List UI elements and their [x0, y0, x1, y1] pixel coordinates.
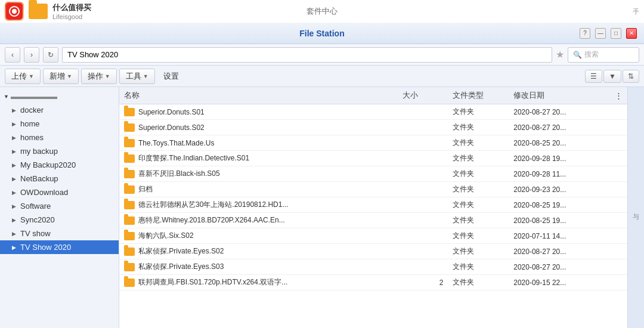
- table-row[interactable]: 私家侦探.Private.Eyes.S03文件夹2020-08-27 20...: [119, 259, 627, 275]
- close-button[interactable]: ✕: [626, 28, 637, 39]
- software-arrow: ▶: [12, 203, 18, 209]
- file-name-cell: The.Toys.That.Made.Us: [119, 135, 398, 151]
- file-action-cell[interactable]: [610, 104, 627, 120]
- minimize-button[interactable]: —: [595, 28, 606, 39]
- file-type-cell: 文件夹: [448, 275, 509, 290]
- file-name-text: 印度警探.The.Indian.Detective.S01: [138, 153, 249, 163]
- file-name-text: 惠特尼.Whitney.2018.BD720P.X264.AAC.En...: [138, 215, 285, 225]
- list-view-button[interactable]: ☰: [585, 70, 602, 83]
- sidebar-item-netbackup[interactable]: ▶ NetBackup: [0, 172, 119, 185]
- sidebar-item-tvshow2020[interactable]: ▶ TV Show 2020: [0, 240, 119, 254]
- file-type-cell: 文件夹: [448, 135, 509, 151]
- new-button[interactable]: 新增 ▼: [43, 69, 79, 84]
- file-name-cell: 私家侦探.Private.Eyes.S02: [119, 244, 398, 259]
- forward-button[interactable]: ›: [24, 47, 39, 63]
- file-action-cell[interactable]: [610, 275, 627, 290]
- settings-button[interactable]: 设置: [157, 69, 185, 83]
- file-name-cell: 联邦调查局.FBI.S01.720p.HDTV.x264.双语字...: [119, 275, 398, 290]
- file-type-cell: 文件夹: [448, 182, 509, 197]
- table-row[interactable]: 惠特尼.Whitney.2018.BD720P.X264.AAC.En...文件…: [119, 213, 627, 228]
- refresh-button[interactable]: ↻: [43, 47, 58, 63]
- action-arrow: ▼: [105, 73, 110, 79]
- table-row[interactable]: 私家侦探.Private.Eyes.S02文件夹2020-08-27 20...: [119, 244, 627, 259]
- file-date-cell: 2020-08-27 20...: [509, 244, 610, 259]
- file-action-cell[interactable]: [610, 166, 627, 182]
- table-row[interactable]: 海豹六队.Six.S02文件夹2020-07-11 14...: [119, 228, 627, 244]
- sidebar-root-label[interactable]: ▼ ▬▬▬▬▬▬: [0, 89, 119, 103]
- table-row[interactable]: 印度警探.The.Indian.Detective.S01文件夹2020-09-…: [119, 151, 627, 166]
- sidebar-item-owdownload[interactable]: ▶ OWDownload: [0, 185, 119, 199]
- file-date-cell: 2020-07-11 14...: [509, 228, 610, 244]
- file-type-cell: 文件夹: [448, 166, 509, 182]
- file-date-cell: 2020-08-25 19...: [509, 213, 610, 228]
- col-action-header: ⋮: [610, 87, 627, 104]
- file-name-cell: 海豹六队.Six.S02: [119, 228, 398, 244]
- table-row[interactable]: Superior.Donuts.S02文件夹2020-08-27 20...: [119, 120, 627, 135]
- table-row[interactable]: 联邦调查局.FBI.S01.720p.HDTV.x264.双语字...2文件夹2…: [119, 275, 627, 290]
- mybackup-arrow: ▶: [12, 148, 18, 154]
- folder-icon: [124, 139, 135, 147]
- file-action-cell[interactable]: [610, 151, 627, 166]
- col-size-header[interactable]: 大小: [398, 87, 448, 104]
- file-action-cell[interactable]: [610, 228, 627, 244]
- file-name-cell: 喜新不厌旧.Black-ish.S05: [119, 166, 398, 182]
- file-action-cell[interactable]: [610, 120, 627, 135]
- sidebar-item-home[interactable]: ▶ home: [0, 117, 119, 131]
- file-type-cell: 文件夹: [448, 213, 509, 228]
- file-date-cell: 2020-08-25 19...: [509, 197, 610, 213]
- file-name-cell: 归档: [119, 182, 398, 197]
- sidebar-item-sync2020[interactable]: ▶ Sync2020: [0, 213, 119, 227]
- maximize-button[interactable]: □: [611, 28, 621, 39]
- mybackup2020-arrow: ▶: [12, 162, 18, 168]
- file-action-cell[interactable]: [610, 244, 627, 259]
- search-placeholder: 搜索: [584, 49, 599, 60]
- file-action-cell[interactable]: [610, 135, 627, 151]
- file-type-cell: 文件夹: [448, 197, 509, 213]
- file-type-cell: 文件夹: [448, 244, 509, 259]
- col-type-header[interactable]: 文件类型: [448, 87, 509, 104]
- file-action-cell[interactable]: [610, 197, 627, 213]
- file-action-cell[interactable]: [610, 213, 627, 228]
- table-row[interactable]: 德云社郭德纲从艺30年上海站.20190812.HD1...文件夹2020-08…: [119, 197, 627, 213]
- favorite-button[interactable]: ★: [556, 49, 564, 60]
- file-size-cell: [398, 104, 448, 120]
- table-row[interactable]: 归档文件夹2020-09-23 20...: [119, 182, 627, 197]
- back-button[interactable]: ‹: [5, 47, 20, 63]
- action-button[interactable]: 操作 ▼: [81, 69, 117, 84]
- table-row[interactable]: 喜新不厌旧.Black-ish.S05文件夹2020-09-28 11...: [119, 166, 627, 182]
- root-label-text: ▬▬▬▬▬▬: [11, 92, 57, 101]
- file-size-cell: [398, 259, 448, 275]
- folder-icon: [124, 263, 135, 271]
- sidebar-item-tvshow[interactable]: ▶ TV show: [0, 227, 119, 240]
- sort-button[interactable]: ⇅: [623, 70, 639, 83]
- address-input[interactable]: [62, 47, 552, 63]
- sidebar-item-homes[interactable]: ▶ homes: [0, 131, 119, 144]
- file-size-cell: [398, 244, 448, 259]
- search-box[interactable]: 🔍 搜索: [568, 47, 639, 63]
- file-name-cell: 德云社郭德纲从艺30年上海站.20190812.HD1...: [119, 197, 398, 213]
- table-row[interactable]: The.Toys.That.Made.Us文件夹2020-08-25 20...: [119, 135, 627, 151]
- file-action-cell[interactable]: [610, 182, 627, 197]
- col-name-header[interactable]: 名称: [119, 87, 398, 104]
- file-size-cell: [398, 135, 448, 151]
- sidebar-label-netbackup: NetBackup: [20, 174, 58, 183]
- help-button[interactable]: ?: [580, 28, 590, 39]
- sidebar-item-docker[interactable]: ▶ docker: [0, 103, 119, 117]
- file-size-cell: [398, 120, 448, 135]
- sidebar-item-mybackup2020[interactable]: ▶ My Backup2020: [0, 158, 119, 172]
- file-action-cell[interactable]: [610, 259, 627, 275]
- folder-icon: [124, 123, 135, 132]
- sidebar-label-tvshow2020: TV Show 2020: [20, 243, 71, 252]
- sidebar-item-mybackup[interactable]: ▶ my backup: [0, 144, 119, 158]
- tools-button[interactable]: 工具 ▼: [119, 69, 155, 84]
- search-icon: 🔍: [573, 51, 582, 59]
- folder-icon: [124, 201, 135, 209]
- table-row[interactable]: Superior.Donuts.S01文件夹2020-08-27 20...: [119, 104, 627, 120]
- view-options-button[interactable]: ▼: [603, 70, 621, 83]
- col-date-header[interactable]: 修改日期: [509, 87, 610, 104]
- view-buttons: ☰ ▼ ⇅: [585, 70, 639, 83]
- upload-button[interactable]: 上传 ▼: [5, 69, 41, 84]
- brand-name: 什么值得买: [52, 2, 91, 13]
- window-title: File Station: [299, 29, 344, 38]
- sidebar-item-software[interactable]: ▶ Software: [0, 199, 119, 213]
